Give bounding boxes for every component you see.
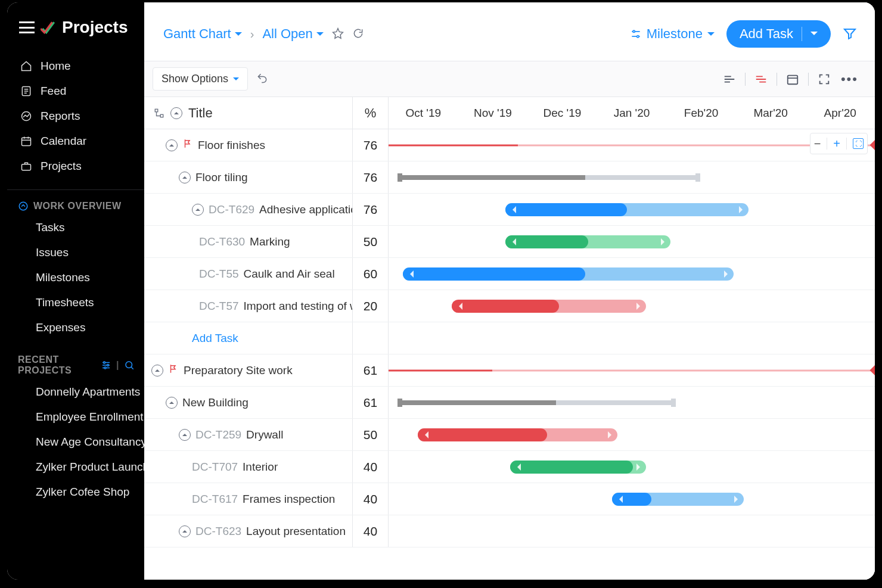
- task-bar[interactable]: [505, 203, 749, 216]
- task-code: DC-T630: [199, 235, 245, 248]
- calendar-view-icon[interactable]: [782, 69, 803, 90]
- gantt-row[interactable]: Floor finishes76: [144, 129, 875, 161]
- gantt-row[interactable]: DC-T57 Import and testing of woo..20: [144, 290, 875, 322]
- milestone-flag-icon: [182, 138, 193, 152]
- svg-point-8: [126, 362, 132, 368]
- sub-issues[interactable]: Issues: [7, 240, 144, 265]
- breadcrumb-view[interactable]: Gantt Chart: [163, 26, 242, 42]
- recent-project[interactable]: Donnelly Apartments: [7, 379, 144, 405]
- task-bar[interactable]: [418, 428, 617, 441]
- zoom-fit-button[interactable]: ⛶: [853, 138, 864, 149]
- task-bar[interactable]: [403, 267, 734, 281]
- gantt-row[interactable]: DC-T623 Layout presentation40: [144, 515, 875, 547]
- task-bar[interactable]: [505, 235, 670, 248]
- nav-label: Projects: [41, 160, 82, 173]
- section-label: WORK OVERVIEW: [33, 201, 122, 211]
- sub-milestones[interactable]: Milestones: [7, 265, 144, 290]
- add-task-button[interactable]: Add Task: [726, 20, 831, 48]
- gantt-row[interactable]: Add Task: [144, 322, 875, 354]
- gantt-row[interactable]: DC-T259 Drywall50: [144, 419, 875, 451]
- gantt-row[interactable]: DC-T707 Interior40: [144, 451, 875, 483]
- add-task-link[interactable]: Add Task: [192, 332, 238, 345]
- more-icon[interactable]: •••: [837, 71, 862, 87]
- gantt-row[interactable]: Preparatory Site work61: [144, 354, 875, 387]
- nav-home[interactable]: Home: [7, 54, 144, 79]
- nav-main: Home Feed Reports Calendar Projects: [7, 49, 144, 187]
- collapse-icon[interactable]: [166, 397, 178, 409]
- hierarchy-icon[interactable]: [154, 108, 164, 119]
- gantt-row[interactable]: DC-T617 Frames inspection40: [144, 483, 875, 515]
- search-icon[interactable]: [124, 360, 135, 371]
- sliders-icon[interactable]: [101, 360, 111, 371]
- hamburger-icon[interactable]: [19, 21, 35, 33]
- calendar-icon: [20, 135, 32, 147]
- row-bar-area: [389, 483, 875, 515]
- sub-expenses[interactable]: Expenses: [7, 315, 144, 340]
- zoom-in-button[interactable]: +: [833, 137, 840, 151]
- recent-project[interactable]: Employee Enrollment: [7, 405, 144, 430]
- svg-rect-13: [160, 114, 163, 117]
- gantt-body[interactable]: − + ⛶ Floor finishes76Floor tiling76DC-T…: [144, 129, 875, 580]
- chevron-down-icon: [235, 32, 242, 39]
- recent-project[interactable]: New Age Consultancy: [7, 430, 144, 455]
- row-title: DC-T617 Frames inspection: [144, 483, 353, 515]
- sub-tasks[interactable]: Tasks: [7, 215, 144, 240]
- gantt-row[interactable]: DC-T629 Adhesive application76: [144, 194, 875, 226]
- collapse-icon[interactable]: [192, 204, 204, 216]
- refresh-icon[interactable]: [352, 27, 364, 41]
- svg-point-6: [107, 365, 109, 366]
- gantt-row[interactable]: Floor tiling76: [144, 161, 875, 194]
- filter-icon[interactable]: [843, 26, 857, 42]
- svg-point-4: [19, 202, 27, 210]
- row-title: DC-T55 Caulk and Air seal: [144, 258, 353, 290]
- zoom-out-button[interactable]: −: [814, 137, 821, 151]
- nav-projects[interactable]: Projects: [7, 154, 144, 179]
- gantt-row[interactable]: DC-T55 Caulk and Air seal60: [144, 258, 875, 290]
- show-options-dropdown[interactable]: Show Options: [153, 67, 248, 91]
- nav-calendar[interactable]: Calendar: [7, 129, 144, 154]
- nav-label: Reports: [41, 110, 80, 123]
- subgroup-bar: [398, 400, 675, 405]
- section-work-overview[interactable]: WORK OVERVIEW: [7, 192, 144, 215]
- breadcrumb-separator: ›: [250, 27, 254, 41]
- star-icon[interactable]: [332, 27, 344, 41]
- subgroup-bar: [398, 175, 700, 180]
- undo-icon[interactable]: [256, 72, 268, 86]
- sidebar: Projects Home Feed Reports Calendar Proj…: [7, 2, 144, 580]
- brand-text: Projects: [62, 18, 128, 37]
- milestone-progress-line: [389, 144, 875, 146]
- zoom-controls: − + ⛶: [810, 133, 868, 154]
- view-type-1-icon[interactable]: [719, 69, 740, 90]
- view-type-2-icon[interactable]: [750, 69, 772, 90]
- recent-project[interactable]: Zylker Cofee Shop: [7, 480, 144, 505]
- breadcrumb-filter[interactable]: All Open: [262, 26, 323, 42]
- collapse-icon[interactable]: [179, 525, 191, 537]
- timeline-month: Apr'20: [805, 97, 875, 129]
- gantt-row[interactable]: DC-T630 Marking50: [144, 226, 875, 258]
- gantt-row[interactable]: New Building61: [144, 387, 875, 419]
- nav-reports[interactable]: Reports: [7, 104, 144, 129]
- recent-project[interactable]: Zylker Product Launch: [7, 455, 144, 480]
- task-bar[interactable]: [452, 300, 646, 313]
- collapse-icon[interactable]: [166, 139, 178, 151]
- row-title: New Building: [144, 387, 353, 418]
- row-percent: 50: [353, 419, 389, 450]
- fullscreen-icon[interactable]: [813, 69, 835, 90]
- reports-icon: [20, 110, 32, 122]
- collapse-icon[interactable]: [179, 429, 191, 441]
- nav-feed[interactable]: Feed: [7, 79, 144, 104]
- row-title: Add Task: [144, 322, 353, 354]
- milestone-dropdown[interactable]: Milestone: [630, 26, 715, 42]
- column-title: Title: [144, 97, 353, 129]
- svg-point-9: [633, 30, 635, 32]
- row-bar-area: [389, 226, 875, 257]
- svg-rect-2: [22, 138, 31, 145]
- task-bar[interactable]: [510, 461, 646, 474]
- row-bar-area: [389, 354, 875, 386]
- collapse-icon[interactable]: [179, 172, 191, 183]
- collapse-icon[interactable]: [151, 365, 163, 377]
- sub-timesheets[interactable]: Timesheets: [7, 290, 144, 315]
- timeline-month: Oct '19: [389, 97, 458, 129]
- task-bar[interactable]: [612, 493, 743, 506]
- collapse-all-icon[interactable]: [170, 107, 182, 119]
